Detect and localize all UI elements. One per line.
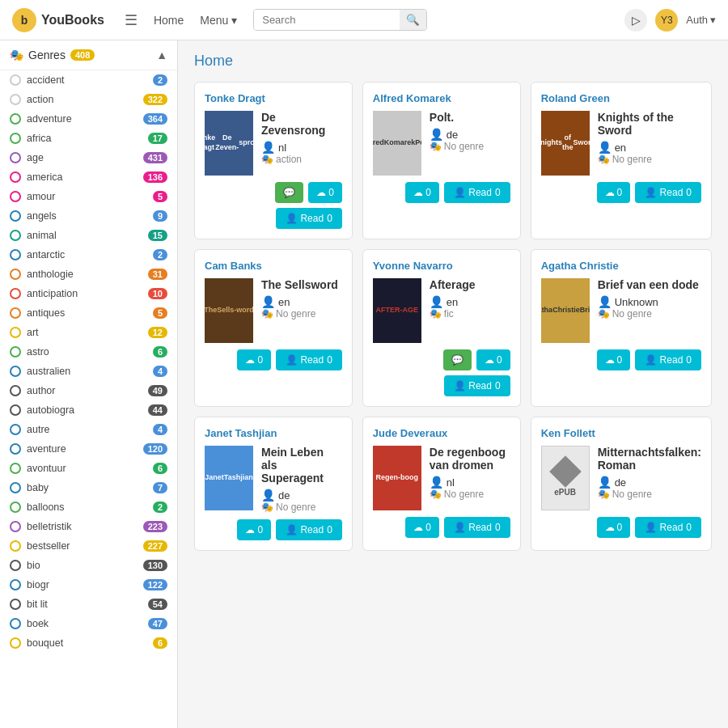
genre-dot: [10, 152, 21, 163]
book-author-link[interactable]: Cam Banks: [205, 260, 342, 272]
book-cover: ePUB: [541, 446, 590, 510]
genre-dot: [10, 74, 21, 86]
book-title: Mein Leben als Superagent: [261, 446, 342, 485]
user-avatar-icon[interactable]: Y3: [655, 9, 678, 32]
comment-button[interactable]: 💬: [443, 349, 472, 370]
sidebar-item-animal[interactable]: animal 15: [0, 226, 177, 245]
genre-badge: 10: [148, 288, 167, 299]
page-title: Home: [194, 53, 712, 70]
read-button[interactable]: 👤 Read 0: [276, 208, 342, 229]
download-button[interactable]: ☁ 0: [405, 517, 439, 538]
comment-button[interactable]: 💬: [275, 182, 303, 203]
genre-label: autobiogra: [27, 404, 142, 416]
genre-label: astro: [27, 346, 147, 358]
genres-header: 🎭 Genres 408 ▲: [0, 40, 177, 70]
book-meta-lang: 👤 en: [430, 295, 510, 308]
read-button[interactable]: 👤 Read 0: [276, 519, 342, 540]
no-genre-icon: 🎭: [430, 141, 442, 152]
genre-badge: 364: [143, 113, 167, 125]
download-button[interactable]: ☁ 0: [597, 349, 631, 370]
book-top: ePUB Mitternachtsfalken: Roman 👤 de 🎭 No…: [541, 446, 701, 510]
book-actions: 💬 ☁ 0 👤 Read 0: [373, 349, 510, 396]
book-author-link[interactable]: Roland Green: [541, 92, 701, 104]
sidebar-item-art[interactable]: art 12: [0, 323, 177, 342]
read-button[interactable]: 👤 Read 0: [276, 349, 342, 370]
book-info: Brief van een dode 👤 Unknown 🎭 No genre: [598, 278, 701, 320]
sidebar-item-angels[interactable]: angels 9: [0, 206, 177, 226]
book-author-link[interactable]: Ken Follett: [541, 427, 701, 439]
download-button[interactable]: ☁ 0: [476, 349, 510, 370]
download-button[interactable]: ☁ 0: [597, 517, 631, 538]
sidebar-item-anthologie[interactable]: anthologie 31: [0, 265, 177, 284]
book-author-link[interactable]: Yvonne Navarro: [373, 260, 510, 272]
sidebar-item-anticipation[interactable]: anticipation 10: [0, 284, 177, 303]
auth-button[interactable]: Auth ▾: [686, 14, 716, 26]
no-genre-icon: 🎭: [598, 308, 610, 320]
sidebar-item-balloons[interactable]: balloons 2: [0, 497, 177, 517]
sidebar-item-antiques[interactable]: antiques 5: [0, 303, 177, 323]
search-button[interactable]: 🔍: [400, 10, 426, 30]
hamburger-menu-icon[interactable]: ☰: [125, 11, 138, 29]
genre-label: america: [27, 171, 138, 183]
read-count: 0: [327, 354, 332, 366]
genre-badge: 223: [143, 521, 167, 532]
genre-dot: [10, 249, 21, 260]
download-button[interactable]: ☁ 0: [308, 182, 342, 203]
nav-menu-link[interactable]: Menu ▾: [200, 14, 237, 27]
sidebar-item-avontuur[interactable]: avontuur 6: [0, 459, 177, 478]
sidebar-item-africa[interactable]: africa 17: [0, 129, 177, 148]
read-button[interactable]: 👤 Read 0: [444, 375, 510, 396]
sidebar-item-autobiogra[interactable]: autobiogra 44: [0, 400, 177, 420]
sidebar-item-astro[interactable]: astro 6: [0, 342, 177, 362]
sidebar-item-accident[interactable]: accident 2: [0, 70, 177, 90]
read-button[interactable]: 👤 Read 0: [444, 517, 510, 538]
sidebar-item-america[interactable]: america 136: [0, 167, 177, 187]
download-button[interactable]: ☁ 0: [597, 182, 631, 203]
sidebar-item-author[interactable]: author 49: [0, 381, 177, 400]
book-genre-tag: 🎭 No genre: [261, 308, 342, 320]
sidebar-item-amour[interactable]: amour 5: [0, 187, 177, 206]
read-button[interactable]: 👤 Read 0: [635, 182, 701, 203]
book-top: Tonke DragtDe Zeven-sprong De Zevensrong…: [205, 111, 342, 176]
read-button[interactable]: 👤 Read 0: [635, 349, 701, 370]
book-meta-lang: 👤 Unknown: [598, 295, 701, 308]
book-lang: de: [447, 129, 458, 141]
sidebar-item-bestseller[interactable]: bestseller 227: [0, 536, 177, 556]
book-meta-lang: 👤 en: [261, 295, 342, 308]
sidebar-item-age[interactable]: age 431: [0, 148, 177, 167]
sidebar-item-adventure[interactable]: adventure 364: [0, 109, 177, 129]
sidebar-item-autre[interactable]: autre 4: [0, 420, 177, 439]
sidebar-collapse-icon[interactable]: ▲: [156, 49, 167, 61]
genre-badge: 15: [148, 230, 167, 241]
book-author-link[interactable]: Jude Deveraux: [373, 427, 510, 439]
book-lang: Unknown: [615, 296, 658, 308]
read-button[interactable]: 👤 Read 0: [444, 182, 510, 203]
book-actions: ☁ 0 👤 Read 0: [541, 182, 701, 203]
download-button[interactable]: ☁ 0: [237, 519, 271, 540]
sidebar-item-australien[interactable]: australien 4: [0, 362, 177, 381]
download-button[interactable]: ☁ 0: [237, 349, 271, 370]
sidebar-item-action[interactable]: action 322: [0, 90, 177, 109]
sidebar-item-antarctic[interactable]: antarctic 2: [0, 245, 177, 265]
book-genre-label: No genre: [612, 154, 652, 165]
nav-home-link[interactable]: Home: [154, 14, 184, 27]
book-author-link[interactable]: Tonke Dragt: [205, 92, 342, 104]
sidebar-item-aventure[interactable]: aventure 120: [0, 439, 177, 459]
sidebar-item-bio[interactable]: bio 130: [0, 556, 177, 563]
read-button[interactable]: 👤 Read 0: [635, 517, 701, 538]
book-info: Mitternachtsfalken: Roman 👤 de 🎭 No genr…: [598, 446, 701, 500]
download-button[interactable]: ☁ 0: [405, 182, 439, 203]
book-author-link[interactable]: Janet Tashjian: [205, 427, 342, 439]
genre-dot: [10, 113, 21, 125]
search-input[interactable]: [254, 10, 400, 30]
book-author-link[interactable]: Alfred Komarek: [373, 92, 510, 104]
book-author-link[interactable]: Agatha Christie: [541, 260, 701, 272]
sidebar-item-belletristik[interactable]: belletristik 223: [0, 517, 177, 536]
genre-badge: 6: [153, 346, 167, 358]
book-lang: nl: [447, 476, 455, 489]
book-meta-lang: 👤 en: [598, 141, 701, 154]
app-title: YouBooks: [41, 13, 104, 28]
sidebar-item-baby[interactable]: baby 7: [0, 478, 177, 497]
book-genre-label: No genre: [276, 308, 315, 320]
notification-icon[interactable]: ▷: [624, 9, 647, 32]
